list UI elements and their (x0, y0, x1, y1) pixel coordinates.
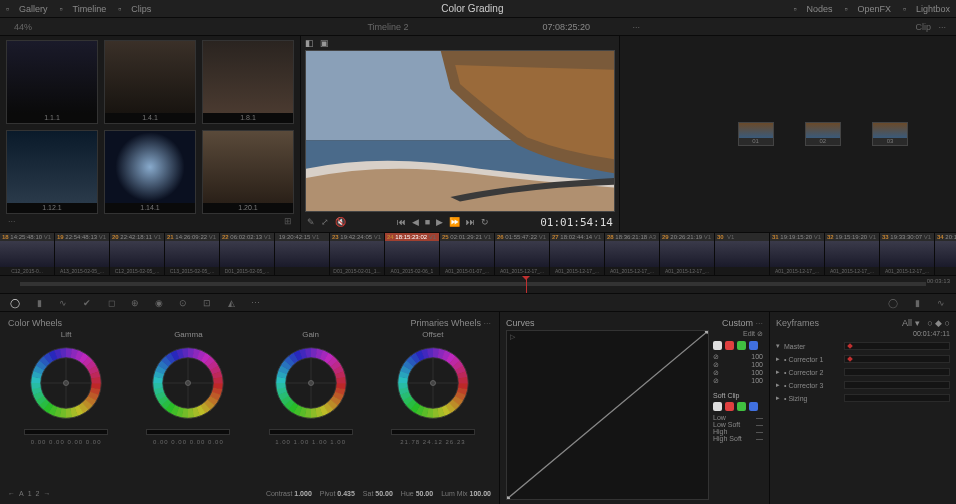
gallery-still[interactable]: 1.1.1 (6, 40, 98, 124)
channel-swatch[interactable] (737, 341, 746, 350)
gallery-still[interactable]: 1.8.1 (202, 40, 294, 124)
wheel-values[interactable]: 21.78 24.12 26.23 (400, 439, 465, 445)
timeline-icon[interactable]: ▫Timeline (60, 4, 107, 14)
softclip-low[interactable]: Low— (713, 414, 763, 421)
gallery-still[interactable]: 1.4.1 (104, 40, 196, 124)
channel-intensity[interactable]: ⊘100 (713, 353, 763, 361)
link-icon[interactable]: ⊘ (757, 330, 763, 337)
tab-window-icon[interactable]: ◻ (104, 296, 118, 310)
audio-icon[interactable]: 🔇 (335, 217, 346, 227)
keyframe-track[interactable]: ▸ • Sizing (776, 392, 950, 404)
wheel-values[interactable]: 1.00 1.00 1.00 1.00 (275, 439, 346, 445)
softclip-swatch[interactable] (713, 402, 722, 411)
expand-icon[interactable]: ⤢ (321, 217, 329, 227)
param-contrast[interactable]: Contrast 1.000 (266, 490, 312, 497)
timeline-clip[interactable]: 27 18:02:44:14 V1 A01_2015-12-17_... (550, 233, 605, 275)
tab-sizing-icon[interactable]: ⊡ (200, 296, 214, 310)
channel-swatch[interactable] (749, 341, 758, 350)
master-slider[interactable] (269, 429, 353, 435)
timeline-clip[interactable]: 19 22:54:48:13 V1 A13_2015-02-05_... (55, 233, 110, 275)
channel-intensity[interactable]: ⊘100 (713, 361, 763, 369)
wheels-mode[interactable]: Primaries Wheels (410, 318, 481, 328)
timeline-clip[interactable]: 18 14:25:48:10 V1 C12_2015-0... (0, 233, 55, 275)
keyframe-track[interactable]: ▸ • Corrector 3 (776, 379, 950, 391)
tab2-circles-icon[interactable]: ◯ (886, 296, 900, 310)
timeline-clip[interactable]: 19:20:42:15 V1 (275, 233, 330, 275)
timeline-clip[interactable]: 21 14:26:09:22 V1 C13_2015-02-05_... (165, 233, 220, 275)
playhead[interactable] (526, 276, 527, 293)
param-pivot[interactable]: Pivot 0.435 (320, 490, 355, 497)
timeline-clip[interactable]: 25 02:01:29:21 V1 A01_2015-01-07_... (440, 233, 495, 275)
timeline-clip[interactable]: 33 19:33:30:07 V1 A01_2015-12-17_... (880, 233, 935, 275)
softclip-low-soft[interactable]: Low Soft— (713, 421, 763, 428)
gallery-icon[interactable]: ▫Gallery (6, 4, 48, 14)
nodes-icon[interactable]: ▫Nodes (793, 4, 832, 14)
split-icon[interactable]: ▣ (320, 38, 329, 48)
timeline-name[interactable]: Timeline 2 (367, 22, 408, 32)
stop-icon[interactable]: ■ (425, 217, 430, 227)
node-01[interactable]: 01 (738, 122, 774, 146)
softclip-swatch[interactable] (749, 402, 758, 411)
lightbox-icon[interactable]: ▫Lightbox (903, 4, 950, 14)
page-nav[interactable]: ← (8, 490, 15, 497)
timeline-clip[interactable]: 30 V1 (715, 233, 770, 275)
wheel-values[interactable]: 0.00 0.00 0.00 0.00 (153, 439, 224, 445)
tab2-curves-icon[interactable]: ∿ (934, 296, 948, 310)
softclip-swatch[interactable] (725, 402, 734, 411)
tab-blur-icon[interactable]: ◉ (152, 296, 166, 310)
channel-intensity[interactable]: ⊘100 (713, 377, 763, 385)
clips-icon[interactable]: ▫Clips (118, 4, 151, 14)
tab-3d-icon[interactable]: ◭ (224, 296, 238, 310)
tab-tracker-icon[interactable]: ⊕ (128, 296, 142, 310)
node-menu-dots[interactable]: ··· (938, 22, 946, 32)
openfx-icon[interactable]: ▫OpenFX (844, 4, 891, 14)
wheel-values[interactable]: 0.00 0.00 0.00 0.00 (31, 439, 102, 445)
gallery-more-icon[interactable]: ··· (8, 216, 16, 226)
page-nav[interactable]: A (19, 490, 24, 497)
channel-swatch[interactable] (725, 341, 734, 350)
master-slider[interactable] (24, 429, 108, 435)
timeline-ruler[interactable]: 00:03:13 (0, 275, 956, 293)
tab-dots-icon[interactable]: ⋯ (248, 296, 262, 310)
color-wheel[interactable] (146, 341, 230, 425)
gallery-still[interactable]: 1.20.1 (202, 130, 294, 214)
loop-icon[interactable]: ↻ (481, 217, 489, 227)
keyframe-track[interactable]: ▸ • Corrector 1 (776, 353, 950, 365)
tab2-bars-icon[interactable]: ▮ (910, 296, 924, 310)
gallery-layout-icon[interactable]: ⊞ (284, 216, 292, 226)
timeline-clip[interactable]: 34 20:1 V1 (935, 233, 956, 275)
curves-graph[interactable]: ▷ (506, 330, 709, 500)
page-nav[interactable]: 1 (28, 490, 32, 497)
tab-curves-icon[interactable]: ∿ (56, 296, 70, 310)
gallery-still[interactable]: 1.14.1 (104, 130, 196, 214)
tab-qualifier-icon[interactable]: ✔ (80, 296, 94, 310)
keyframe-track[interactable]: ▸ • Corrector 2 (776, 366, 950, 378)
menu-dots[interactable]: ··· (632, 22, 640, 32)
param-hue[interactable]: Hue 50.00 (401, 490, 433, 497)
color-wheel[interactable] (391, 341, 475, 425)
prev-clip-icon[interactable]: ⏮ (397, 217, 406, 227)
node-03[interactable]: 03 (872, 122, 908, 146)
node-graph[interactable]: 010203 (620, 36, 956, 232)
timeline-clip[interactable]: 23 19:42:24:05 V1 D01_2015-02-01_1... (330, 233, 385, 275)
page-nav[interactable]: 2 (36, 490, 40, 497)
color-wheel[interactable] (269, 341, 353, 425)
reverse-icon[interactable]: ◀ (412, 217, 419, 227)
zoom-level[interactable]: 44% (14, 22, 32, 32)
picker-icon[interactable]: ✎ (307, 217, 315, 227)
page-nav[interactable]: → (43, 490, 50, 497)
play-icon[interactable]: ▶ (436, 217, 443, 227)
tab-circles-icon[interactable]: ◯ (8, 296, 22, 310)
keyframes-all[interactable]: All (902, 318, 912, 328)
viewer-image[interactable] (305, 50, 615, 212)
master-slider[interactable] (146, 429, 230, 435)
timeline-clip[interactable]: 24 18:15:23:02 V1 A01_2015-02-06_1 (385, 233, 440, 275)
curves-mode[interactable]: Custom (722, 318, 753, 328)
timeline-clip[interactable]: 26 01:55:47:22 V1 A01_2015-12-17_... (495, 233, 550, 275)
forward-icon[interactable]: ⏩ (449, 217, 460, 227)
highlight-icon[interactable]: ◧ (305, 38, 314, 48)
keyframe-track[interactable]: ▾ Master (776, 340, 950, 352)
channel-intensity[interactable]: ⊘100 (713, 369, 763, 377)
next-clip-icon[interactable]: ⏭ (466, 217, 475, 227)
timeline-clip[interactable]: 28 18:36:21:18 A3 A01_2015-12-17_... (605, 233, 660, 275)
